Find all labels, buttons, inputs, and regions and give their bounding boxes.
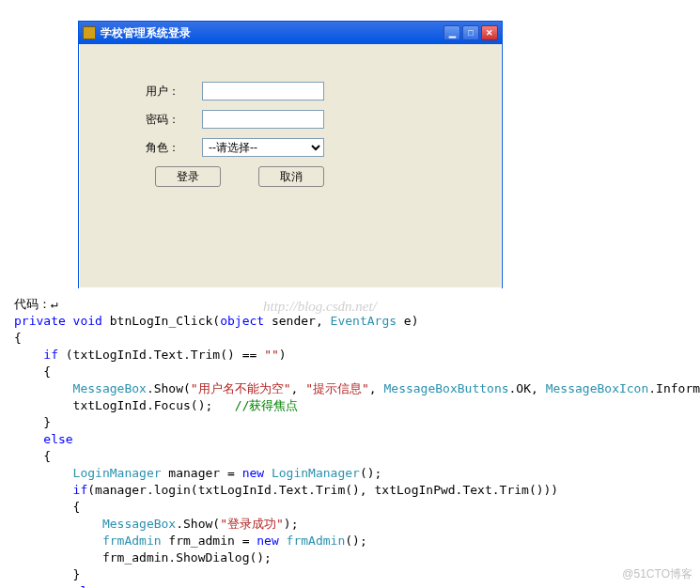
window-title: 学校管理系统登录: [101, 25, 443, 41]
role-label: 角色：: [146, 140, 202, 156]
app-icon: [83, 26, 96, 39]
login-window: 学校管理系统登录 ▁ □ ✕ 用户： 密码： 角色： --请选择-- 登录 取消: [78, 21, 503, 288]
user-label: 用户：: [146, 84, 202, 100]
maximize-button[interactable]: □: [462, 25, 479, 40]
code-label: 代码：↵: [14, 297, 58, 311]
cancel-button[interactable]: 取消: [258, 166, 324, 187]
footer-watermark: @51CTO博客: [622, 566, 692, 582]
user-input[interactable]: [202, 82, 324, 101]
login-button[interactable]: 登录: [155, 166, 221, 187]
titlebar[interactable]: 学校管理系统登录 ▁ □ ✕: [79, 22, 502, 44]
code-block: 代码：↵ private void btnLogIn_Click(object …: [14, 296, 691, 588]
close-button[interactable]: ✕: [481, 25, 498, 40]
minimize-button[interactable]: ▁: [443, 25, 460, 40]
password-input[interactable]: [202, 110, 324, 129]
client-area: 用户： 密码： 角色： --请选择-- 登录 取消: [79, 44, 502, 288]
password-label: 密码：: [146, 112, 202, 128]
role-select[interactable]: --请选择--: [202, 138, 324, 157]
